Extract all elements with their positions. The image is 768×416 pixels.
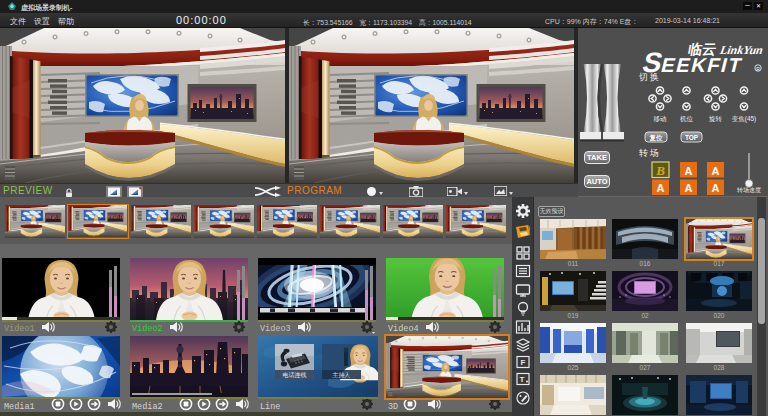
svg-text:Video2: Video2 bbox=[132, 324, 163, 334]
svg-text:Media2: Media2 bbox=[132, 402, 163, 412]
svg-text:Line: Line bbox=[260, 402, 280, 412]
svg-text:3D: 3D bbox=[388, 402, 398, 412]
svg-text:主持人: 主持人 bbox=[333, 371, 351, 379]
svg-text:T: T bbox=[520, 375, 525, 384]
svg-text:Video1: Video1 bbox=[4, 324, 35, 334]
svg-text:Video4: Video4 bbox=[388, 324, 419, 334]
svg-text:F: F bbox=[521, 358, 526, 367]
svg-text:Video3: Video3 bbox=[260, 324, 291, 334]
svg-text:电话连线: 电话连线 bbox=[283, 372, 307, 379]
svg-text:Media1: Media1 bbox=[4, 402, 35, 412]
